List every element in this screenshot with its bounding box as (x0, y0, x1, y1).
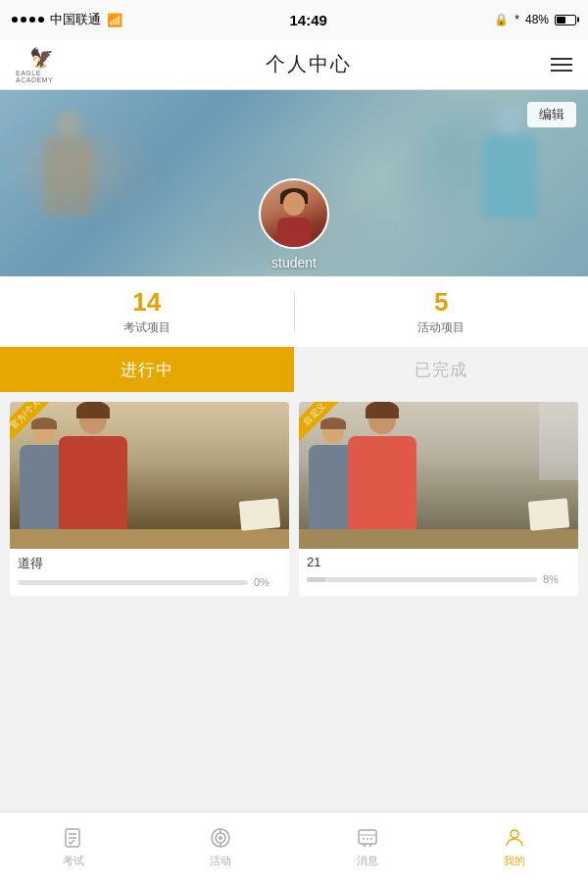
activity-icon (209, 826, 232, 850)
stats-row: 14 考试项目 5 活动项目 (0, 276, 588, 347)
exam-count: 14 (132, 287, 161, 318)
activity-label: 活动项目 (417, 319, 465, 336)
card-2-tag-wrap: 自定义 (299, 402, 338, 441)
nav-activity-label: 活动 (210, 854, 231, 868)
nav-exam-label: 考试 (63, 854, 84, 868)
card-1-image: 官方/个人 (10, 402, 289, 549)
svg-point-15 (511, 830, 518, 838)
battery-icon (555, 15, 576, 25)
card-2-image: 自定义 (299, 402, 578, 549)
tab-completed[interactable]: 已完成 (294, 347, 588, 392)
profile-banner: 编辑 student (0, 90, 588, 276)
eagle-icon: 🦅 (29, 46, 54, 70)
time-label: 14:49 (289, 12, 326, 28)
card-2-progress-wrap: 8% (307, 573, 570, 585)
person-4 (338, 407, 426, 549)
nav-item-activity[interactable]: 活动 (147, 826, 294, 868)
bluetooth-icon: * (514, 13, 519, 26)
svg-rect-8 (359, 830, 376, 844)
svg-point-14 (370, 838, 372, 840)
avatar-head (283, 192, 305, 216)
card-1-progress-wrap: 0% (18, 576, 281, 588)
signal-dots (12, 17, 44, 23)
nav-item-profile[interactable]: 我的 (441, 826, 588, 868)
avatar-figure (272, 188, 316, 247)
menu-button[interactable] (551, 58, 572, 72)
card-1-progress-bg (18, 580, 248, 585)
avatar-body (277, 218, 311, 247)
card-1-tag: 官方/个人 (10, 402, 49, 441)
logo-subtitle: EAGLE ACADEMY (16, 70, 67, 83)
card-2-progress-bg (307, 577, 537, 582)
menu-line-3 (551, 70, 572, 72)
bg-figure-1 (29, 110, 108, 247)
svg-point-5 (219, 836, 222, 840)
profile-avatar (259, 178, 329, 249)
card-2-progress-text: 8% (543, 573, 570, 585)
nav-item-exam[interactable]: 考试 (0, 826, 147, 868)
card-1-progress-text: 0% (254, 576, 281, 588)
cards-grid: 官方/个人 道得 0% (0, 392, 588, 606)
status-bar: 中国联通 📶 14:49 🔒 * 48% (0, 0, 588, 39)
exam-stat: 14 考试项目 (0, 287, 294, 336)
card-2[interactable]: 自定义 21 8% (299, 402, 578, 596)
svg-point-13 (367, 838, 368, 840)
menu-line-2 (551, 64, 572, 66)
profile-avatar-wrap (259, 178, 329, 249)
card-1-scene (10, 402, 289, 549)
battery-text: 48% (525, 13, 549, 26)
card-2-info: 21 8% (299, 549, 578, 593)
card-1[interactable]: 官方/个人 道得 0% (10, 402, 289, 596)
bottom-nav: 考试 活动 消息 我的 (0, 811, 588, 882)
card-1-info: 道得 0% (10, 549, 289, 596)
card-2-tag: 自定义 (299, 402, 338, 441)
nav-bar: 🦅 EAGLE ACADEMY 个人中心 (0, 39, 588, 90)
activity-count: 5 (434, 287, 448, 318)
message-icon (356, 826, 379, 850)
svg-point-12 (363, 838, 365, 840)
tab-switcher: 进行中 已完成 (0, 347, 588, 392)
exam-label: 考试项目 (123, 319, 171, 336)
nav-message-label: 消息 (357, 854, 378, 868)
profile-username: student (271, 255, 317, 270)
profile-icon (503, 826, 526, 850)
nav-item-message[interactable]: 消息 (294, 826, 441, 868)
status-right: 🔒 * 48% (494, 13, 576, 26)
carrier-label: 中国联通 (50, 11, 101, 28)
card-1-title: 道得 (18, 555, 281, 572)
card-2-progress-fill (307, 577, 325, 582)
wifi-icon: 📶 (107, 13, 122, 27)
card-2-title: 21 (307, 555, 570, 569)
activity-stat: 5 活动项目 (295, 287, 589, 336)
person-2 (49, 407, 137, 549)
lock-icon: 🔒 (494, 13, 509, 26)
card-2-scene (299, 402, 578, 549)
menu-line-1 (551, 58, 572, 60)
card-1-tag-wrap: 官方/个人 (10, 402, 49, 441)
nav-profile-label: 我的 (504, 854, 525, 868)
exam-icon (62, 826, 85, 850)
status-left: 中国联通 📶 (12, 11, 122, 28)
app-logo: 🦅 EAGLE ACADEMY (16, 47, 67, 82)
edit-button[interactable]: 编辑 (527, 102, 576, 127)
page-title: 个人中心 (266, 51, 352, 77)
tab-ongoing[interactable]: 进行中 (0, 347, 294, 392)
